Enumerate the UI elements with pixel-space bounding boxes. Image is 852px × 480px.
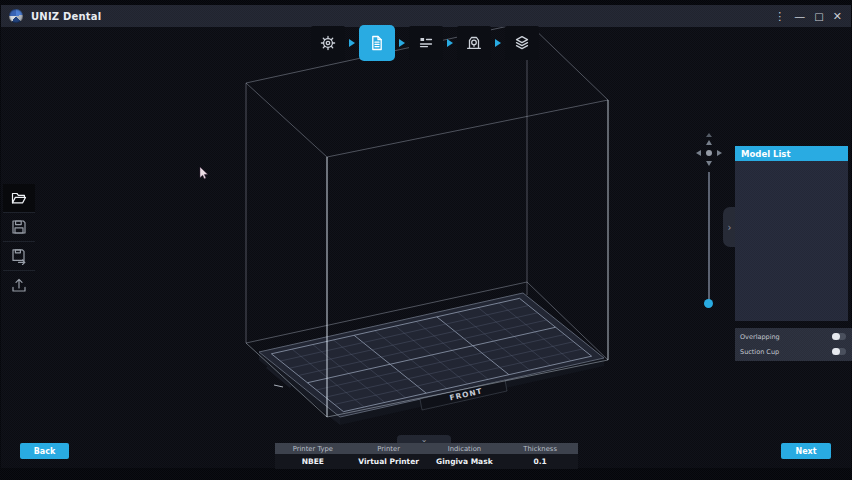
- chevron-right-icon: ›: [728, 222, 732, 233]
- window-controls: ⋮ — □ ✕: [774, 11, 851, 22]
- settings-collapse-tab[interactable]: ⌄: [397, 435, 451, 443]
- zoom-slider-thumb[interactable]: [704, 299, 713, 308]
- model-list-panel: Model List: [735, 146, 848, 321]
- workflow-arrow: [395, 39, 409, 47]
- suction-cup-toggle[interactable]: [832, 348, 846, 355]
- workflow-arrow: [345, 39, 359, 47]
- document-icon: [367, 33, 387, 53]
- print-settings-headers: Printer Type Printer Indication Thicknes…: [275, 443, 578, 454]
- indication-header: Indication: [427, 443, 503, 454]
- print-settings-bar: Printer Type Printer Indication Thicknes…: [275, 443, 578, 469]
- printer-header: Printer: [351, 443, 427, 454]
- printer-type-header: Printer Type: [275, 443, 351, 454]
- close-icon[interactable]: ✕: [833, 11, 842, 22]
- pan-left-icon[interactable]: [696, 150, 701, 156]
- gear-icon: [318, 33, 338, 53]
- model-list-header: Model List: [735, 146, 848, 161]
- model-options-panel: Overlapping Suction Cup: [735, 328, 852, 361]
- build-volume-wireframe-back: [246, 22, 608, 360]
- suction-cup-label: Suction Cup: [740, 348, 832, 356]
- model-list-body: [735, 161, 848, 321]
- printer-type-value: NBEE: [275, 454, 351, 469]
- workflow-step-slice[interactable]: [505, 26, 539, 60]
- export-icon: [10, 276, 28, 294]
- overlapping-toggle[interactable]: [832, 333, 846, 340]
- layers-icon: [512, 33, 532, 53]
- app-window: { "app": { "title": "UNIZ Dental" }, "wi…: [0, 0, 852, 480]
- thickness-header: Thickness: [502, 443, 578, 454]
- arrow-right-icon: [495, 39, 501, 47]
- back-button[interactable]: Back: [20, 443, 69, 459]
- save-button[interactable]: [3, 213, 35, 242]
- workflow-step-settings[interactable]: [311, 26, 345, 60]
- indication-value: Gingiva Mask: [427, 454, 503, 469]
- pan-center-dot[interactable]: [706, 150, 712, 156]
- form-icon: [416, 33, 436, 53]
- pan-up-icon[interactable]: [706, 140, 712, 145]
- suction-cup-row: Suction Cup: [735, 343, 852, 358]
- mouse-cursor: [200, 167, 208, 179]
- open-file-button[interactable]: [3, 184, 35, 213]
- overlapping-label: Overlapping: [740, 333, 832, 341]
- save-as-button[interactable]: [3, 242, 35, 271]
- view-dpad: [695, 133, 723, 173]
- chevron-down-icon: ⌄: [421, 437, 428, 442]
- app-title: UNIZ Dental: [31, 11, 101, 22]
- workflow-arrow: [491, 39, 505, 47]
- maximize-icon[interactable]: □: [814, 11, 823, 22]
- file-toolbar: [3, 184, 35, 299]
- workflow-step-print-setup[interactable]: [457, 26, 491, 60]
- print-settings-values: NBEE Virtual Printer Gingiva Mask 0.1: [275, 454, 578, 469]
- more-options-icon[interactable]: ⋮: [774, 11, 785, 22]
- zoom-slider-track[interactable]: [708, 172, 710, 304]
- workflow-step-layout[interactable]: [409, 26, 443, 60]
- printer-value: Virtual Printer: [351, 454, 427, 469]
- arrow-right-icon: [399, 39, 405, 47]
- model-list-title: Model List: [741, 149, 790, 159]
- caret-up-icon[interactable]: [706, 133, 712, 137]
- pan-right-icon[interactable]: [717, 150, 722, 156]
- workflow-step-file[interactable]: [359, 25, 395, 61]
- overlapping-row: Overlapping: [735, 328, 852, 343]
- workflow-toolbar: [311, 24, 539, 62]
- arrow-right-icon: [349, 39, 355, 47]
- workflow-arrow: [443, 39, 457, 47]
- folder-open-icon: [10, 189, 28, 207]
- pan-down-icon[interactable]: [706, 161, 712, 166]
- printer-icon: [464, 33, 484, 53]
- save-icon: [10, 218, 28, 236]
- toggle-knob: [832, 333, 840, 340]
- minimize-icon[interactable]: —: [794, 11, 805, 22]
- build-plate: FRONT: [259, 293, 604, 425]
- save-as-icon: [10, 247, 28, 265]
- thickness-value: 0.1: [502, 454, 578, 469]
- app-logo-icon: [9, 9, 23, 23]
- export-button[interactable]: [3, 271, 35, 299]
- toggle-knob: [832, 348, 840, 355]
- arrow-right-icon: [447, 39, 453, 47]
- next-button[interactable]: Next: [781, 443, 831, 459]
